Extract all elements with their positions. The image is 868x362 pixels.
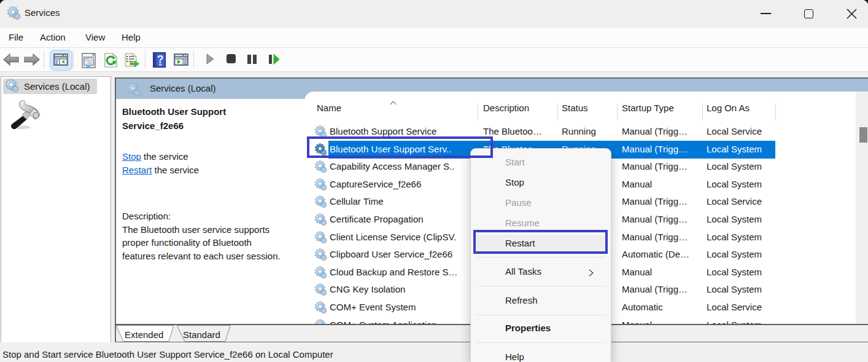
svg-text:?: ? bbox=[157, 53, 164, 66]
